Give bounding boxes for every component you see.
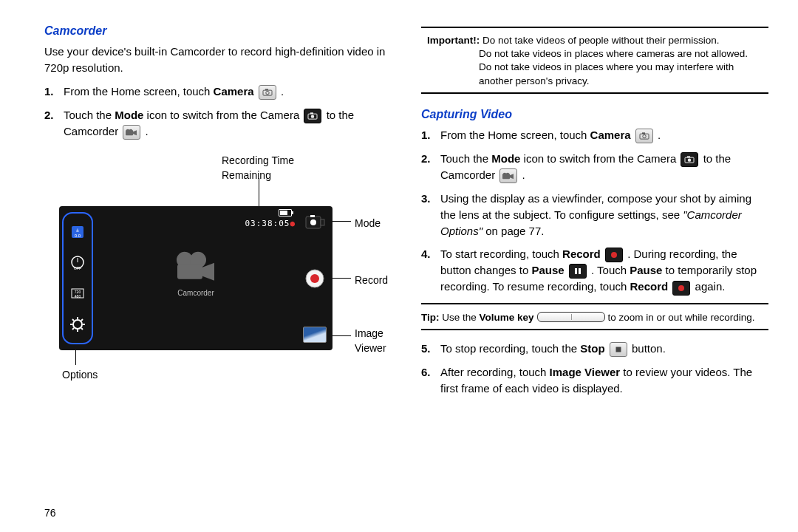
- volume-key-icon: [537, 312, 605, 322]
- battery-icon: [279, 209, 292, 216]
- record-button: [304, 268, 325, 289]
- svg-point-41: [688, 159, 691, 162]
- camcorder-caption: Camcorder: [174, 288, 217, 299]
- label-mode: Mode: [355, 216, 381, 231]
- svg-line-23: [72, 319, 74, 321]
- camera-icon: [635, 129, 653, 143]
- step-number: 2.: [44, 107, 64, 123]
- svg-point-4: [311, 115, 314, 117]
- page-number: 76: [44, 505, 56, 520]
- svg-rect-39: [642, 132, 645, 134]
- svg-rect-29: [177, 265, 202, 279]
- resolution-icon: 720480: [69, 285, 86, 301]
- timer-icon: OFF: [69, 254, 86, 270]
- svg-point-32: [310, 219, 316, 225]
- capturing-video-steps: 1. From the Home screen, touch Camera . …: [421, 127, 768, 295]
- svg-marker-46: [510, 174, 514, 179]
- svg-line-26: [72, 328, 74, 330]
- svg-rect-5: [310, 112, 313, 114]
- label-record: Record: [355, 273, 388, 287]
- svg-point-1: [266, 91, 269, 94]
- image-viewer-thumb: [303, 327, 327, 343]
- camcorder-steps: 1. From the Home screen, touch Camera . …: [44, 83, 392, 140]
- capturing-video-heading: Capturing Video: [421, 106, 768, 123]
- left-column: Camcorder Use your device's built-in Cam…: [44, 22, 392, 517]
- camcorder-mode-icon: [123, 125, 140, 140]
- pause-icon: [569, 264, 587, 279]
- svg-point-45: [506, 173, 510, 177]
- settings-icon: [69, 316, 86, 332]
- svg-rect-33: [310, 215, 315, 217]
- svg-point-38: [643, 135, 646, 138]
- svg-marker-30: [202, 263, 214, 281]
- camera-icon: [259, 85, 276, 100]
- camcorder-large-icon: [174, 251, 217, 282]
- label-image-viewer: Image Viewer: [355, 326, 386, 356]
- record-icon: [672, 281, 690, 296]
- exposure-icon: ±0.0: [69, 224, 86, 240]
- svg-line-25: [81, 319, 83, 321]
- svg-point-8: [129, 129, 133, 132]
- svg-text:0.0: 0.0: [75, 233, 81, 238]
- svg-point-36: [310, 274, 319, 283]
- camcorder-diagram: Recording Time Remaining 03:38:05● ±0.0 …: [52, 162, 362, 383]
- step-text: Touch the Mode icon to switch from the C…: [64, 107, 392, 140]
- camcorder-screen: 03:38:05● ±0.0 OFF 720480 Camcorder: [59, 206, 332, 350]
- options-column: ±0.0 OFF 720480: [62, 212, 93, 344]
- label-options: Options: [62, 367, 98, 382]
- svg-text:480: 480: [75, 294, 81, 299]
- stop-icon: [610, 342, 627, 357]
- right-column: Important!: Do not take videos of people…: [421, 22, 768, 517]
- mode-button: [304, 214, 325, 231]
- svg-text:±: ±: [76, 228, 79, 233]
- svg-rect-42: [687, 156, 690, 157]
- tip-note: Tip: Use the Volume key to zoom in or ou…: [421, 310, 768, 325]
- step-number: 1.: [44, 83, 64, 100]
- record-icon: [605, 248, 623, 262]
- important-note: Important!: Do not take videos of people…: [421, 34, 768, 88]
- camera-mode-icon: [304, 109, 321, 123]
- camera-mode-icon: [681, 152, 698, 167]
- step-text: From the Home screen, touch Camera .: [64, 83, 392, 100]
- camcorder-mode-icon: [499, 168, 517, 183]
- camcorder-intro: Use your device's built-in Camcorder to …: [44, 44, 392, 76]
- recording-time: 03:38:05●: [59, 218, 296, 230]
- svg-line-24: [81, 328, 83, 330]
- svg-marker-9: [133, 130, 137, 135]
- svg-point-18: [73, 320, 82, 329]
- camcorder-heading: Camcorder: [44, 22, 392, 39]
- svg-rect-2: [265, 89, 268, 90]
- capturing-video-steps-2: 5. To stop recording, touch the Stop but…: [421, 341, 768, 397]
- svg-rect-34: [321, 219, 324, 225]
- svg-text:OFF: OFF: [74, 266, 81, 270]
